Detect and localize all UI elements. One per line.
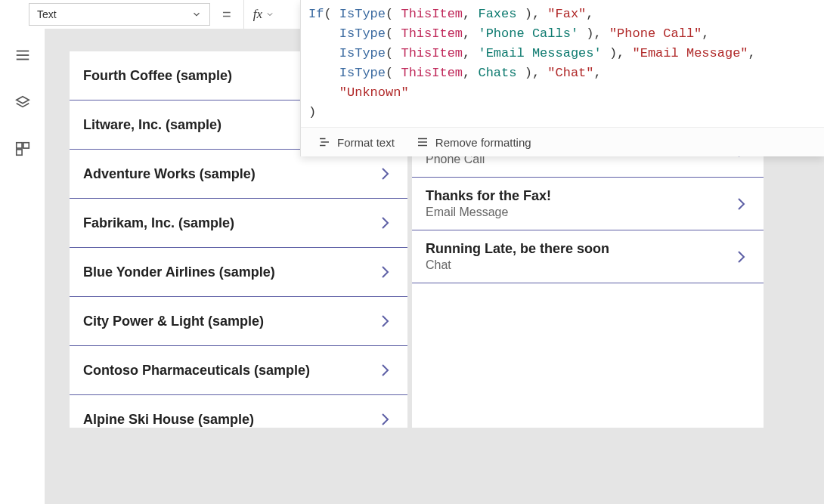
- chevron-right-icon[interactable]: [732, 248, 750, 266]
- list-item[interactable]: City Power & Light (sample): [70, 297, 407, 346]
- left-rail: [0, 29, 45, 504]
- chevron-right-icon[interactable]: [376, 165, 394, 183]
- svg-marker-9: [16, 97, 29, 104]
- account-name: Litware, Inc. (sample): [83, 117, 221, 133]
- fx-label: fx: [253, 7, 262, 22]
- components-icon[interactable]: [14, 141, 31, 157]
- list-item[interactable]: Fabrikam, Inc. (sample): [70, 199, 407, 248]
- remove-format-icon: [416, 135, 429, 149]
- formula-editor[interactable]: If( IsType( ThisItem, Faxes ), "Fax", Is…: [301, 0, 764, 127]
- chevron-right-icon[interactable]: [376, 263, 394, 281]
- svg-rect-12: [16, 150, 21, 155]
- formula-toolbar: Format text Remove formatting: [301, 127, 824, 156]
- account-name: Alpine Ski House (sample): [83, 412, 254, 428]
- list-item[interactable]: Blue Yonder Airlines (sample): [70, 248, 407, 297]
- account-name: Contoso Pharmaceuticals (sample): [83, 363, 310, 379]
- fx-dropdown[interactable]: fx: [243, 0, 283, 29]
- format-icon: [318, 135, 331, 149]
- remove-formatting-label: Remove formatting: [435, 136, 531, 149]
- chevron-down-icon: [265, 10, 274, 19]
- chevron-right-icon[interactable]: [376, 312, 394, 330]
- list-item[interactable]: Thanks for the Fax!Email Message: [412, 178, 764, 230]
- list-item[interactable]: Contoso Pharmaceuticals (sample): [70, 346, 407, 395]
- layers-icon[interactable]: [14, 94, 31, 110]
- property-selector[interactable]: Text: [29, 3, 210, 26]
- hamburger-icon[interactable]: [14, 47, 31, 63]
- account-name: Fourth Coffee (sample): [83, 68, 232, 84]
- svg-rect-10: [16, 143, 21, 148]
- account-name: Blue Yonder Airlines (sample): [83, 264, 275, 280]
- list-item[interactable]: Running Late, be there soonChat: [412, 230, 764, 283]
- equals-symbol: =: [222, 6, 231, 23]
- chevron-right-icon[interactable]: [376, 361, 394, 379]
- chevron-right-icon[interactable]: [376, 214, 394, 232]
- remove-formatting-button[interactable]: Remove formatting: [416, 135, 531, 149]
- activity-type-label: Chat: [426, 258, 609, 272]
- list-item[interactable]: Alpine Ski House (sample): [70, 395, 407, 428]
- account-name: City Power & Light (sample): [83, 314, 264, 329]
- activity-title: Running Late, be there soon: [426, 241, 609, 257]
- property-selector-value: Text: [37, 8, 57, 20]
- list-item[interactable]: Adventure Works (sample): [70, 150, 407, 199]
- svg-rect-11: [23, 143, 28, 148]
- chevron-right-icon[interactable]: [732, 195, 750, 213]
- activity-title: Thanks for the Fax!: [426, 188, 551, 204]
- chevron-right-icon[interactable]: [376, 410, 394, 428]
- format-text-button[interactable]: Format text: [318, 135, 395, 149]
- formula-bar-expanded: If( IsType( ThisItem, Faxes ), "Fax", Is…: [300, 0, 824, 156]
- account-name: Fabrikam, Inc. (sample): [83, 215, 234, 231]
- activity-type-label: Email Message: [426, 206, 551, 219]
- account-name: Adventure Works (sample): [83, 166, 256, 182]
- chevron-down-icon: [191, 9, 202, 20]
- format-text-label: Format text: [337, 136, 395, 149]
